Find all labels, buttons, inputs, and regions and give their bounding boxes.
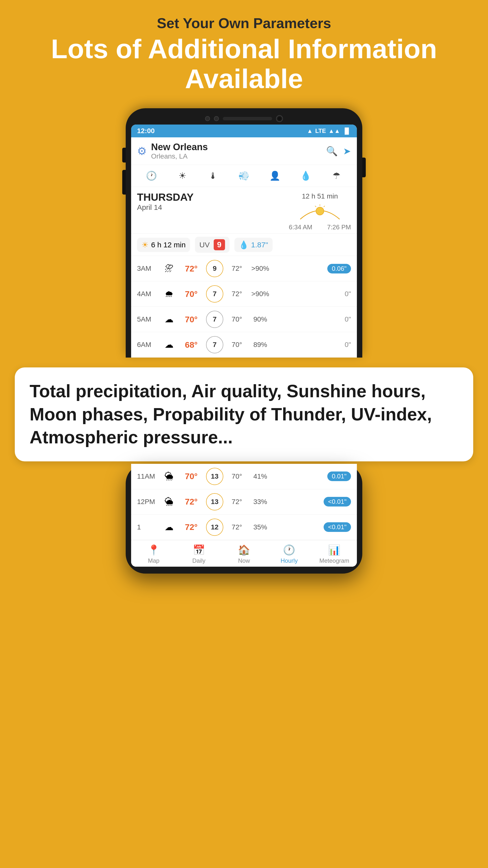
nav-label: Daily xyxy=(192,557,205,564)
location-info: New Orleans Orleans, LA xyxy=(151,142,326,160)
day-date: April 14 xyxy=(137,203,289,212)
weather-icon: 🌧 xyxy=(159,289,179,299)
dew-point: 72° xyxy=(226,523,248,531)
nav-item-map[interactable]: 📍 Map xyxy=(131,544,176,564)
weather-icon: 🌦 xyxy=(159,471,179,482)
hourly-row: 1 ☁ 72° 12 72° 35% <0.01" xyxy=(131,515,357,540)
hour-temp: 72° xyxy=(179,522,203,532)
header-title: Lots of Additional Information Available xyxy=(0,34,488,93)
nav-label: Map xyxy=(148,557,159,564)
nav-icon-daily: 📅 xyxy=(193,544,205,556)
nav-item-hourly[interactable]: 🕐 Hourly xyxy=(267,544,312,564)
status-bar: 12:00 ▲ LTE ▲▲ ▐▌ xyxy=(131,125,357,137)
dew-point: 70° xyxy=(226,315,248,323)
nav-icon-now: 🏠 xyxy=(238,544,250,556)
weather-icon: ⛈ xyxy=(159,264,179,274)
sun-icon: ☀ xyxy=(141,240,149,250)
weather-icon: ☁ xyxy=(159,314,179,324)
header-actions: 🔍 ➤ xyxy=(326,146,351,157)
status-icons: ▲ LTE ▲▲ ▐▌ xyxy=(307,127,351,134)
day-section: THURSDAY April 14 12 h 51 min xyxy=(131,187,357,234)
nav-icon-meteogram: 📊 xyxy=(328,544,340,556)
hour-time: 4AM xyxy=(137,290,159,298)
tab-thermometer[interactable]: 🌡 xyxy=(203,168,223,183)
svg-line-2 xyxy=(324,206,325,207)
hour-time: 12PM xyxy=(137,498,159,506)
app-header: ⚙ New Orleans Orleans, LA 🔍 ➤ xyxy=(131,137,357,165)
tab-clock[interactable]: 🕐 xyxy=(142,168,161,183)
status-time: 12:00 xyxy=(137,127,155,135)
hourly-row: 12PM 🌦 72° 13 72° 33% <0.01" xyxy=(131,489,357,515)
hourly-row: 11AM 🌦 70° 13 70° 41% 0.01" xyxy=(131,464,357,489)
gear-icon[interactable]: ⚙ xyxy=(137,145,147,157)
hourly-row: 6AM ☁ 68° 7 70° 89% 0" xyxy=(131,332,357,358)
uv-circle: 7 xyxy=(206,311,223,328)
nav-item-now[interactable]: 🏠 Now xyxy=(221,544,266,564)
humidity: >90% xyxy=(248,265,272,273)
header-subtitle: Set Your Own Parameters xyxy=(157,15,331,31)
weather-icon: ☁ xyxy=(159,340,179,350)
battery-icon: ▐▌ xyxy=(343,127,351,134)
hourly-row: 3AM ⛈ 72° 9 72° >90% 0.06" xyxy=(131,256,357,281)
nav-item-meteogram[interactable]: 📊 Meteogram xyxy=(312,544,357,564)
sun-times: 6:34 AM 7:26 PM xyxy=(289,223,351,231)
humidity: 35% xyxy=(248,523,272,531)
hour-time: 6AM xyxy=(137,341,159,349)
sunset-time: 7:26 PM xyxy=(327,223,351,231)
weather-icon: 🌦 xyxy=(159,497,179,507)
hour-temp: 72° xyxy=(179,264,203,274)
nav-label: Now xyxy=(238,557,250,564)
uv-circle: 7 xyxy=(206,336,223,353)
uv-value: 9 xyxy=(214,239,225,250)
wifi-icon: ▲ xyxy=(307,127,313,134)
phone-top-bar xyxy=(131,115,357,122)
nav-icon-map: 📍 xyxy=(148,544,160,556)
nav-label: Hourly xyxy=(281,557,298,564)
nav-label: Meteogram xyxy=(319,557,349,564)
search-icon[interactable]: 🔍 xyxy=(326,146,338,157)
hour-temp: 68° xyxy=(179,340,203,350)
info-bubble: Total precipitation, Air quality, Sunshi… xyxy=(15,367,473,461)
rain-icon: 💧 xyxy=(239,240,249,250)
tab-wind[interactable]: 💨 xyxy=(234,168,254,183)
svg-point-0 xyxy=(316,207,324,215)
humidity: 41% xyxy=(248,472,272,480)
hour-time: 3AM xyxy=(137,265,159,273)
dew-point: 70° xyxy=(226,341,248,349)
nav-item-daily[interactable]: 📅 Daily xyxy=(176,544,221,564)
humidity: 33% xyxy=(248,498,272,506)
signal-icon: ▲▲ xyxy=(328,127,340,134)
hour-temp: 70° xyxy=(179,471,203,481)
hour-time: 11AM xyxy=(137,472,159,480)
humidity: 90% xyxy=(248,315,272,323)
uv-stat: UV 9 xyxy=(195,237,229,253)
hour-time: 5AM xyxy=(137,315,159,323)
tab-person[interactable]: 👤 xyxy=(265,168,285,183)
uv-circle: 12 xyxy=(206,519,223,536)
day-name: THURSDAY xyxy=(137,191,289,203)
tab-sun[interactable]: ☀ xyxy=(172,168,192,183)
info-bubble-text: Total precipitation, Air quality, Sunshi… xyxy=(30,380,458,449)
dew-point: 72° xyxy=(226,498,248,506)
uv-circle: 7 xyxy=(206,285,223,303)
location-city: New Orleans xyxy=(151,142,326,152)
hourly-rows-top: 3AM ⛈ 72° 9 72° >90% 0.06" 4AM 🌧 70° 7 7… xyxy=(131,256,357,358)
precipitation: 0" xyxy=(272,315,351,323)
precipitation: <0.01" xyxy=(272,522,351,532)
precipitation: 0.01" xyxy=(272,471,351,481)
tab-umbrella[interactable]: ☂ xyxy=(327,168,346,183)
precipitation: <0.01" xyxy=(272,497,351,506)
precipitation: 0" xyxy=(272,290,351,298)
icon-tabs: 🕐 ☀ 🌡 💨 👤 💧 ☂ xyxy=(131,165,357,187)
lte-label: LTE xyxy=(315,127,326,134)
humidity: >90% xyxy=(248,290,272,298)
hourly-rows-bottom: 11AM 🌦 70° 13 70° 41% 0.01" 12PM 🌦 72° 1… xyxy=(131,464,357,540)
uv-circle: 13 xyxy=(206,493,223,510)
hourly-row: 5AM ☁ 70° 7 70° 90% 0" xyxy=(131,307,357,332)
location-icon[interactable]: ➤ xyxy=(343,146,351,157)
uv-label: UV xyxy=(199,241,210,249)
hourly-row: 4AM 🌧 70° 7 72° >90% 0" xyxy=(131,281,357,307)
dew-point: 72° xyxy=(226,290,248,298)
sun-arc: 12 h 51 min 6:34 AM 7:26 PM xyxy=(289,192,351,231)
tab-drops[interactable]: 💧 xyxy=(296,168,316,183)
